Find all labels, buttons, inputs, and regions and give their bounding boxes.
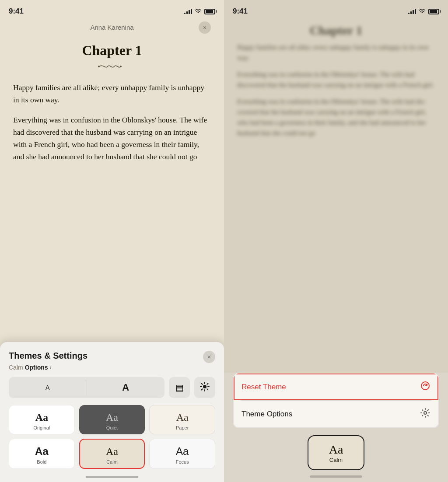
left-panel: 9:41 Anna Karenina × Chapter 1 [0, 0, 224, 482]
controls-row: A A ▤ [9, 377, 215, 398]
brightness-icon [200, 382, 210, 394]
book-title: Anna Karenina [90, 24, 133, 31]
theme-original[interactable]: Aa Original [9, 405, 75, 434]
theme-quiet-label: Quiet [106, 425, 118, 430]
svg-point-12 [424, 412, 427, 414]
blur-p2: Everything was in confusion in the Oblon… [237, 69, 435, 90]
svg-point-1 [120, 66, 122, 67]
calm-label: Calm [9, 364, 23, 371]
themes-settings-sheet: Themes & Settings × Calm Options › A A ▤ [0, 342, 224, 482]
font-decrease-button[interactable]: A [9, 377, 87, 398]
book-reader: Anna Karenina × Chapter 1 Happy families… [0, 19, 224, 342]
time-right: 9:41 [233, 7, 248, 16]
svg-point-0 [98, 66, 100, 67]
theme-focus[interactable]: Aa Focus [149, 439, 215, 469]
theme-calm[interactable]: Aa Calm [79, 439, 145, 469]
blurred-background: Chapter 1 Happy families are all alike; … [224, 19, 448, 373]
chevron-right-icon: › [50, 364, 52, 370]
chapter-heading: Chapter 1 [13, 42, 211, 59]
theme-quiet-aa: Aa [106, 412, 118, 423]
theme-options-label: Theme Options [242, 410, 292, 419]
reset-theme-icon [420, 381, 430, 393]
brightness-icon-button[interactable] [194, 377, 215, 398]
calm-card-aa: Aa [329, 443, 343, 457]
svg-line-9 [207, 383, 208, 384]
svg-line-10 [202, 389, 203, 390]
theme-grid: Aa Original Aa Quiet Aa Paper Aa Bold Aa… [9, 405, 215, 469]
reset-theme-label: Reset Theme [242, 383, 286, 391]
chapter-divider [13, 62, 211, 73]
close-sheet-button[interactable]: × [203, 351, 215, 363]
paragraph-2: Everything was in confusion in the Oblon… [13, 114, 211, 163]
context-menu: Reset Theme Theme Options [233, 373, 439, 428]
theme-focus-aa: Aa [176, 445, 189, 458]
theme-bold-aa: Aa [35, 445, 49, 458]
wifi-icon-left [195, 8, 202, 15]
theme-paper-aa: Aa [176, 412, 189, 423]
status-icons-left [184, 8, 215, 15]
book-nav: Anna Karenina × [13, 19, 211, 35]
theme-original-aa: Aa [35, 412, 48, 423]
home-indicator-right [310, 475, 362, 478]
svg-point-2 [203, 385, 206, 388]
blur-text: Happy families are all alike; every unha… [237, 42, 435, 138]
document-icon-button[interactable]: ▤ [169, 377, 190, 398]
calm-card-large[interactable]: Aa Calm [308, 435, 364, 470]
theme-focus-label: Focus [176, 459, 189, 465]
font-size-group: A A [9, 377, 164, 398]
calm-options-row[interactable]: Calm Options › [9, 364, 215, 371]
calm-card-label: Calm [329, 457, 343, 463]
svg-point-11 [421, 382, 429, 390]
theme-calm-label: Calm [106, 459, 118, 465]
signal-icon-left [184, 9, 192, 14]
sheet-title: Themes & Settings [9, 351, 88, 361]
theme-quiet[interactable]: Aa Quiet [79, 405, 145, 434]
theme-calm-aa: Aa [106, 446, 118, 458]
theme-paper-label: Paper [176, 425, 189, 430]
wifi-icon-right [419, 7, 426, 15]
status-bar-right: 9:41 [224, 0, 448, 19]
sheet-header: Themes & Settings × [9, 351, 215, 363]
battery-icon-right [428, 9, 439, 14]
book-text: Happy families are all alike; every unha… [13, 81, 211, 163]
reset-theme-item[interactable]: Reset Theme [234, 374, 438, 400]
options-link: Options [25, 364, 48, 371]
theme-bold[interactable]: Aa Bold [9, 439, 75, 469]
svg-line-8 [207, 389, 208, 390]
theme-original-label: Original [33, 425, 50, 430]
font-increase-button[interactable]: A [87, 377, 165, 398]
theme-options-item[interactable]: Theme Options [234, 401, 438, 427]
blur-p3: Everything was in confusion in the Oblon… [237, 96, 435, 138]
right-bottom-area: Reset Theme Theme Options [224, 373, 448, 482]
blur-p1: Happy families are all alike; every unha… [237, 42, 435, 63]
home-indicator-left [86, 476, 138, 478]
theme-options-icon [420, 408, 430, 420]
svg-line-7 [202, 383, 203, 384]
close-reader-button[interactable]: × [199, 21, 211, 34]
blur-chapter: Chapter 1 [237, 24, 435, 38]
document-icon: ▤ [175, 382, 184, 393]
signal-icon-right [408, 9, 416, 14]
theme-paper[interactable]: Aa Paper [149, 405, 215, 434]
paragraph-1: Happy families are all alike; every unha… [13, 81, 211, 106]
status-bar-left: 9:41 [0, 0, 224, 19]
right-panel: 9:41 Chapter 1 Happy families are all al… [224, 0, 448, 482]
status-icons-right [408, 7, 439, 15]
battery-icon-left [204, 9, 215, 14]
theme-bold-label: Bold [37, 459, 46, 465]
time-left: 9:41 [9, 7, 24, 16]
